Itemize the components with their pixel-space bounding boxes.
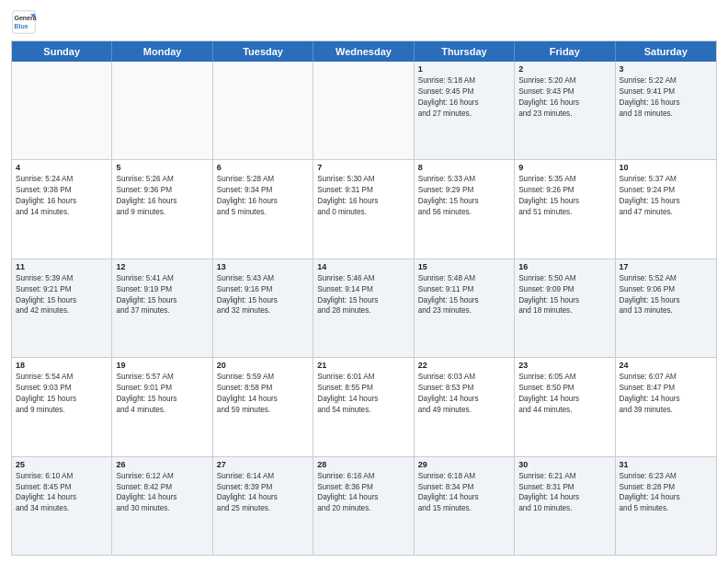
cell-text-line: Daylight: 14 hours (217, 394, 309, 405)
cal-cell-day-13: 13Sunrise: 5:43 AMSunset: 9:16 PMDayligh… (213, 259, 313, 357)
cal-cell-day-19: 19Sunrise: 5:57 AMSunset: 9:01 PMDayligh… (112, 358, 212, 455)
cell-text-line: Daylight: 15 hours (217, 295, 309, 306)
calendar-week-4: 25Sunrise: 6:10 AMSunset: 8:45 PMDayligh… (12, 457, 716, 555)
cell-text-line: Sunrise: 5:39 AM (16, 273, 108, 284)
cell-text-line: Sunset: 9:43 PM (518, 86, 610, 98)
cell-text-line: and 18 minutes. (620, 109, 712, 120)
cell-text-line: and 42 minutes. (16, 305, 108, 316)
cal-cell-day-26: 26Sunrise: 6:12 AMSunset: 8:42 PMDayligh… (112, 457, 212, 555)
cell-text-line: Sunrise: 5:26 AM (116, 174, 208, 185)
cell-text-line: Daylight: 15 hours (418, 196, 510, 207)
day-number: 10 (620, 163, 712, 172)
cell-text-line: Daylight: 16 hours (217, 196, 309, 207)
day-number: 12 (116, 262, 208, 271)
cell-text-line: and 20 minutes. (317, 503, 409, 514)
day-number: 28 (317, 460, 409, 469)
cell-text-line: Sunrise: 5:24 AM (16, 174, 108, 185)
cal-cell-day-7: 7Sunrise: 5:30 AMSunset: 9:31 PMDaylight… (313, 160, 414, 258)
cal-cell-empty-0-0 (12, 62, 112, 159)
day-number: 20 (217, 361, 309, 370)
cell-text-line: Sunrise: 5:46 AM (317, 273, 409, 284)
day-number: 16 (518, 262, 610, 271)
logo-icon: General Blue (11, 9, 37, 35)
header-cell-sunday: Sunday (12, 41, 112, 62)
day-number: 19 (116, 361, 208, 370)
calendar-header-row: SundayMondayTuesdayWednesdayThursdayFrid… (12, 41, 716, 62)
cal-cell-day-8: 8Sunrise: 5:33 AMSunset: 9:29 PMDaylight… (415, 160, 515, 258)
cell-text-line: Sunset: 8:36 PM (317, 482, 409, 493)
cell-text-line: Daylight: 16 hours (16, 196, 108, 207)
cal-cell-day-31: 31Sunrise: 6:23 AMSunset: 8:28 PMDayligh… (616, 457, 716, 555)
day-number: 27 (217, 460, 309, 469)
cell-text-line: Sunrise: 5:59 AM (217, 372, 309, 383)
cell-text-line: Daylight: 15 hours (418, 295, 510, 306)
cal-cell-day-2: 2Sunrise: 5:20 AMSunset: 9:43 PMDaylight… (515, 62, 615, 159)
day-number: 9 (518, 163, 610, 172)
cal-cell-day-11: 11Sunrise: 5:39 AMSunset: 9:21 PMDayligh… (12, 259, 112, 357)
cell-text-line: Sunset: 9:21 PM (16, 284, 108, 295)
cell-text-line: Sunrise: 5:41 AM (116, 273, 208, 284)
cell-text-line: Sunset: 8:55 PM (317, 383, 409, 394)
cal-cell-day-28: 28Sunrise: 6:16 AMSunset: 8:36 PMDayligh… (313, 457, 414, 555)
cell-text-line: and 9 minutes. (116, 207, 208, 218)
cell-text-line: Sunrise: 6:14 AM (217, 471, 309, 482)
header: General Blue (11, 9, 717, 35)
cal-cell-empty-0-2 (213, 62, 313, 159)
cal-cell-day-27: 27Sunrise: 6:14 AMSunset: 8:39 PMDayligh… (213, 457, 313, 555)
calendar-week-3: 18Sunrise: 5:54 AMSunset: 9:03 PMDayligh… (12, 358, 716, 456)
cell-text-line: Daylight: 16 hours (518, 98, 610, 109)
calendar-week-0: 1Sunrise: 5:18 AMSunset: 9:45 PMDaylight… (12, 62, 716, 160)
cell-text-line: Sunrise: 6:16 AM (317, 471, 409, 482)
cell-text-line: Sunset: 8:53 PM (418, 383, 510, 394)
cell-text-line: Sunset: 9:16 PM (217, 284, 309, 295)
cell-text-line: Daylight: 14 hours (620, 492, 712, 503)
cell-text-line: Sunset: 9:09 PM (518, 284, 610, 295)
cell-text-line: and 44 minutes. (518, 405, 610, 416)
day-number: 18 (16, 361, 108, 370)
page: General Blue SundayMondayTuesdayWednesda… (0, 0, 728, 563)
day-number: 13 (217, 262, 309, 271)
cal-cell-day-15: 15Sunrise: 5:48 AMSunset: 9:11 PMDayligh… (415, 259, 515, 357)
day-number: 31 (620, 460, 712, 469)
cell-text-line: and 5 minutes. (620, 503, 712, 514)
cell-text-line: Sunset: 9:01 PM (116, 383, 208, 394)
cell-text-line: and 5 minutes. (217, 207, 309, 218)
cell-text-line: and 56 minutes. (418, 207, 510, 218)
cell-text-line: and 23 minutes. (418, 305, 510, 316)
day-number: 3 (620, 64, 712, 74)
day-number: 11 (16, 262, 108, 271)
cell-text-line: and 28 minutes. (317, 305, 409, 316)
cell-text-line: Sunrise: 5:22 AM (620, 75, 712, 86)
calendar-week-1: 4Sunrise: 5:24 AMSunset: 9:38 PMDaylight… (12, 160, 716, 259)
day-number: 22 (418, 361, 510, 370)
cell-text-line: Sunrise: 6:07 AM (620, 372, 712, 383)
cell-text-line: Sunset: 9:31 PM (317, 185, 409, 196)
cell-text-line: Daylight: 15 hours (116, 394, 208, 405)
cell-text-line: Sunrise: 5:54 AM (16, 372, 108, 383)
cell-text-line: Sunrise: 6:12 AM (116, 471, 208, 482)
cell-text-line: Sunset: 8:28 PM (620, 482, 712, 493)
cal-cell-empty-0-3 (313, 62, 414, 159)
cell-text-line: Daylight: 14 hours (518, 394, 610, 405)
cell-text-line: Sunrise: 6:21 AM (518, 471, 610, 482)
cell-text-line: Sunrise: 5:48 AM (418, 273, 510, 284)
day-number: 23 (518, 361, 610, 370)
cal-cell-day-5: 5Sunrise: 5:26 AMSunset: 9:36 PMDaylight… (112, 160, 212, 258)
cell-text-line: Daylight: 15 hours (518, 295, 610, 306)
cell-text-line: Daylight: 14 hours (16, 492, 108, 503)
cell-text-line: and 39 minutes. (620, 405, 712, 416)
cell-text-line: Sunset: 9:14 PM (317, 284, 409, 295)
cell-text-line: Daylight: 16 hours (620, 98, 712, 109)
cell-text-line: and 59 minutes. (217, 405, 309, 416)
day-number: 7 (317, 163, 409, 172)
cell-text-line: and 9 minutes. (16, 405, 108, 416)
cell-text-line: Sunset: 9:29 PM (418, 185, 510, 196)
day-number: 5 (116, 163, 208, 172)
cell-text-line: and 54 minutes. (317, 405, 409, 416)
cell-text-line: and 0 minutes. (317, 207, 409, 218)
day-number: 25 (16, 460, 108, 469)
calendar: SundayMondayTuesdayWednesdayThursdayFrid… (11, 40, 717, 556)
header-cell-monday: Monday (112, 41, 212, 62)
cell-text-line: and 51 minutes. (518, 207, 610, 218)
day-number: 24 (620, 361, 712, 370)
